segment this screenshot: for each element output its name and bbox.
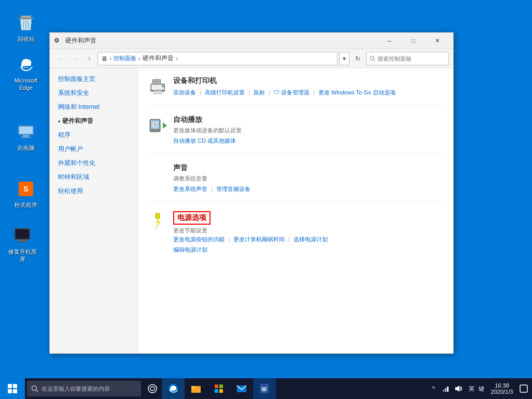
device-manager-link[interactable]: 🛡 设备管理器: [274, 89, 310, 95]
this-pc-icon: [16, 121, 36, 142]
show-hidden-icons-button[interactable]: ^: [427, 378, 440, 399]
breadcrumb-control-panel[interactable]: 控制面板: [114, 54, 136, 62]
up-button[interactable]: ↑: [83, 52, 95, 65]
taskbar-search-box[interactable]: 在这里输入你要搜索的内容: [27, 381, 141, 396]
svg-rect-19: [151, 85, 164, 90]
maximize-button[interactable]: □: [401, 33, 425, 49]
sidebar-item-hardware-sound[interactable]: 硬件和声音: [50, 114, 137, 128]
power-options-title[interactable]: 电源选项: [173, 211, 211, 225]
manage-audio-devices-link[interactable]: 管理音频设备: [216, 186, 250, 192]
svg-rect-56: [447, 387, 449, 392]
start-button[interactable]: [0, 378, 25, 399]
taskbar-edge-button[interactable]: [162, 378, 185, 399]
close-button[interactable]: ✕: [425, 33, 449, 49]
sound-content: 声音 调整系统音量 更改系统声音 | 管理音频设备: [173, 163, 250, 195]
change-sleep-time-link[interactable]: 更改计算机睡眠时间: [233, 236, 285, 242]
sidebar-item-appearance[interactable]: 外观和个性化: [50, 156, 137, 170]
language-indicator[interactable]: 英: [467, 385, 477, 393]
svg-rect-48: [219, 384, 223, 388]
sidebar-item-user-accounts[interactable]: 用户帐户: [50, 142, 137, 156]
autoplay-title: 自动播放: [173, 115, 242, 125]
autoplay-cd-link[interactable]: 自动播放 CD 或其他媒体: [173, 137, 236, 144]
svg-line-17: [373, 59, 375, 61]
taskbar-mail-button[interactable]: [230, 378, 253, 399]
task-view-button[interactable]: [143, 378, 162, 399]
devices-printers-icon: [148, 77, 167, 96]
network-status-icon: [442, 384, 450, 393]
shortcut-label: 秒关程序: [15, 201, 37, 209]
sidebar-item-programs[interactable]: 程序: [50, 128, 137, 142]
svg-line-4: [28, 21, 29, 29]
desktop-icon-this-pc[interactable]: 此电脑: [8, 119, 44, 154]
sidebar-item-network-internet[interactable]: 网络和 Internet: [50, 100, 137, 114]
minimize-button[interactable]: ─: [377, 33, 401, 49]
desktop-icon-recycle-bin[interactable]: 回收站: [8, 10, 44, 45]
sidebar-item-clock-region[interactable]: 时钟和区域: [50, 170, 137, 184]
address-dropdown-button[interactable]: ▾: [339, 52, 349, 65]
volume-icon[interactable]: [452, 378, 465, 399]
svg-point-43: [150, 387, 155, 391]
svg-rect-13: [16, 229, 29, 239]
window-controls: ─ □ ✕: [377, 33, 449, 49]
add-device-link[interactable]: 添加设备: [173, 89, 196, 95]
forward-button[interactable]: →: [68, 52, 81, 65]
recycle-bin-icon: [16, 12, 36, 33]
svg-rect-50: [219, 389, 223, 393]
volume-status-icon: [454, 384, 463, 393]
network-icon[interactable]: [440, 378, 452, 399]
fix-screen-label: 修复开机黑屏: [6, 248, 38, 263]
shortcut-icon: S: [16, 178, 36, 199]
svg-rect-55: [445, 388, 446, 392]
devices-printers-content: 设备和打印机 添加设备 | 高级打印机设置 | 鼠标 | 🛡 设备管理器 | 更…: [173, 76, 396, 98]
window-body: 控制面板主页 系统和安全 网络和 Internet 硬件和声音 程序 用户帐户 …: [50, 68, 453, 353]
section-devices-printers: 设备和打印机 添加设备 | 高级打印机设置 | 鼠标 | 🛡 设备管理器 | 更…: [148, 76, 443, 106]
window-title: 硬件和声音: [65, 36, 377, 45]
fix-screen-icon: [12, 225, 33, 246]
change-system-sounds-link[interactable]: 更改系统声音: [173, 186, 207, 192]
window-titlebar: ⚙ 硬件和声音 ─ □ ✕: [50, 33, 453, 49]
section-sound: 声音 调整系统音量 更改系统声音 | 管理音频设备: [148, 163, 443, 202]
advanced-printer-settings-link[interactable]: 高级打印机设置: [205, 89, 245, 95]
taskbar-mail-icon: [236, 383, 247, 394]
taskbar-items: W: [141, 378, 425, 399]
sidebar-item-control-panel-home[interactable]: 控制面板主页: [50, 72, 137, 86]
sidebar-item-ease-access[interactable]: 轻松使用: [50, 184, 137, 198]
svg-rect-35: [156, 213, 160, 218]
search-box[interactable]: [366, 52, 449, 65]
desktop-icon-shortcut[interactable]: S 秒关程序: [8, 176, 44, 211]
sound-desc: 调整系统音量: [173, 175, 250, 183]
desktop-icon-fix-screen[interactable]: 修复开机黑屏: [4, 223, 40, 265]
address-path[interactable]: 🖥 › 控制面板 › 硬件和声音 ›: [97, 52, 338, 65]
window-icon: ⚙: [54, 37, 62, 45]
section-autoplay: 自动播放 更改媒体或设备的默认设置 自动播放 CD 或其他媒体: [148, 115, 443, 154]
sound-links: 更改系统声音 | 管理音频设备: [173, 184, 250, 195]
svg-rect-14: [19, 240, 25, 241]
mouse-link[interactable]: 鼠标: [254, 89, 265, 95]
power-options-icon: [148, 212, 167, 231]
task-view-icon: [147, 383, 158, 394]
taskbar: 在这里输入你要搜索的内容: [0, 378, 532, 399]
clock[interactable]: 16:38 2020/1/3: [486, 378, 517, 399]
refresh-button[interactable]: ↻: [352, 52, 364, 65]
taskbar-explorer-button[interactable]: [185, 378, 207, 399]
sidebar-item-system-security[interactable]: 系统和安全: [50, 86, 137, 100]
taskbar-word-button[interactable]: W: [253, 378, 276, 399]
computer-icon: 🖥: [101, 55, 107, 62]
edge-label: Microsoft Edge: [10, 77, 42, 92]
search-input[interactable]: [377, 56, 445, 62]
windows-to-go-link[interactable]: 更改 Windows To Go 启动选项: [318, 89, 396, 95]
choose-power-plan-link[interactable]: 选择电源计划: [293, 236, 328, 242]
edge-icon: [16, 54, 36, 75]
breadcrumb-hardware-sound: 硬件和声音: [143, 54, 174, 63]
notification-button[interactable]: [517, 378, 530, 399]
taskbar-store-button[interactable]: [207, 378, 230, 399]
svg-line-41: [36, 390, 38, 392]
change-power-button-link[interactable]: 更改电源按钮的功能: [173, 236, 225, 242]
desktop-icon-edge[interactable]: Microsoft Edge: [8, 52, 44, 94]
edit-power-plan-link[interactable]: 编辑电源计划: [173, 246, 207, 253]
svg-rect-7: [19, 127, 33, 134]
back-button[interactable]: ←: [54, 52, 66, 65]
ime-indicator[interactable]: 键: [477, 385, 486, 393]
taskbar-edge-icon: [168, 383, 178, 394]
power-options-links-row2: 编辑电源计划: [173, 245, 328, 255]
